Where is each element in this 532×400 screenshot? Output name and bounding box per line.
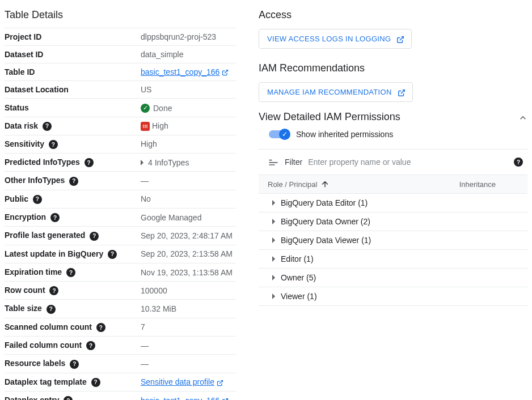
filter-input[interactable]: [308, 158, 506, 167]
help-icon[interactable]: ?: [49, 140, 58, 149]
help-icon[interactable]: ?: [64, 396, 73, 400]
external-link-icon: [396, 36, 403, 42]
row-label: Sensitivity: [5, 139, 44, 148]
expand-icon[interactable]: [141, 160, 143, 165]
iam-role-row[interactable]: BigQuery Data Owner (2): [259, 212, 527, 231]
row-value: —: [141, 355, 236, 373]
row-label: Failed column count: [5, 341, 82, 350]
table-details: Project ID dlppsbqrun2-proj-523 Dataset …: [5, 28, 236, 400]
row-value: Google Managed: [141, 208, 236, 226]
table-id-link[interactable]: basic_test1_copy_166: [141, 67, 219, 76]
iam-rec-title: IAM Recommendations: [259, 62, 527, 74]
help-icon[interactable]: ?: [91, 378, 100, 387]
help-icon[interactable]: ?: [33, 195, 42, 204]
help-icon[interactable]: ?: [86, 341, 95, 350]
tag-template-link[interactable]: Sensitive data profile: [141, 377, 214, 386]
risk-text: High: [152, 121, 168, 130]
collapse-icon[interactable]: [517, 112, 527, 122]
expand-icon: [272, 293, 275, 299]
row-label: Encryption: [5, 212, 46, 222]
help-icon[interactable]: ?: [69, 177, 78, 186]
expand-icon: [272, 237, 275, 243]
row-value: High: [141, 135, 236, 153]
expand-icon: [272, 275, 275, 280]
external-link-icon: [398, 89, 404, 96]
row-label: Table size: [5, 304, 42, 313]
iam-role-row[interactable]: BigQuery Data Editor (1): [259, 194, 527, 212]
toggle-label: Show inherited permissions: [296, 130, 393, 139]
dataplex-entry-link[interactable]: basic_test1_copy_166: [141, 396, 219, 400]
row-value: 7: [141, 318, 236, 336]
inherited-permissions-toggle[interactable]: ✓: [269, 130, 289, 138]
row-label: Project ID: [5, 28, 141, 46]
row-label: Dataplex entry: [5, 395, 59, 400]
risk-high-icon: !!!: [141, 122, 150, 131]
role-name: BigQuery Data Owner (2): [281, 217, 370, 226]
row-value: Sep 20, 2023, 2:48:17 AM: [141, 227, 236, 245]
iam-perm-title: View Detailed IAM Permissions: [259, 111, 400, 123]
help-icon[interactable]: ?: [47, 305, 56, 314]
iam-roles-list: BigQuery Data Editor (1) BigQuery Data O…: [259, 194, 527, 306]
manage-iam-rec-button[interactable]: Manage IAM Recommendation: [259, 82, 413, 102]
external-link-icon: [222, 398, 229, 400]
row-value: 100000: [141, 282, 236, 300]
svg-line-1: [219, 380, 223, 384]
row-label: Dataset Location: [5, 81, 141, 99]
help-icon[interactable]: ?: [108, 250, 117, 259]
help-icon[interactable]: ?: [85, 158, 94, 167]
role-name: Owner (5): [281, 273, 316, 282]
row-value: dlppsbqrun2-proj-523: [141, 28, 236, 46]
row-label: Status: [5, 99, 141, 117]
help-icon[interactable]: ?: [70, 360, 79, 369]
external-link-icon: [222, 69, 229, 76]
access-title: Access: [259, 9, 527, 21]
row-value: Nov 19, 2023, 1:13:58 AM: [141, 263, 236, 281]
status-text: Done: [153, 104, 172, 113]
sort-role-principal[interactable]: Role / Principal: [268, 180, 330, 189]
view-access-logs-button[interactable]: View access logs in Logging: [259, 29, 412, 49]
role-name: BigQuery Data Editor (1): [281, 198, 368, 207]
expand-icon: [272, 256, 275, 262]
iam-role-row[interactable]: Editor (1): [259, 250, 527, 269]
external-link-icon: [217, 380, 223, 386]
help-icon[interactable]: ?: [43, 122, 52, 131]
iam-role-row[interactable]: BigQuery Data Viewer (1): [259, 231, 527, 250]
svg-line-0: [225, 70, 228, 74]
expand-icon: [272, 200, 275, 206]
role-name: Viewer (1): [281, 292, 317, 301]
check-icon: ✓: [141, 104, 150, 113]
help-icon[interactable]: ?: [96, 323, 105, 332]
status-done: ✓ Done: [141, 104, 172, 113]
help-icon[interactable]: ?: [66, 268, 75, 277]
help-icon[interactable]: ?: [50, 213, 60, 222]
help-icon[interactable]: ?: [49, 286, 58, 295]
help-icon[interactable]: ?: [514, 158, 523, 167]
infotypes-count: 4 InfoTypes: [148, 158, 189, 167]
row-label: Latest update in BigQuery: [5, 249, 103, 258]
row-value: —: [141, 172, 236, 190]
row-label: Resource labels: [5, 359, 65, 368]
filter-icon: [268, 156, 279, 168]
svg-line-3: [400, 36, 403, 40]
row-label: Profile last generated: [5, 231, 85, 240]
row-label: Expiration time: [5, 267, 62, 276]
row-value: —: [141, 337, 236, 355]
iam-role-row[interactable]: Viewer (1): [259, 287, 527, 306]
row-value: Sep 20, 2023, 2:13:58 AM: [141, 245, 236, 263]
inheritance-column: Inheritance: [459, 180, 496, 189]
row-label: Predicted InfoTypes: [5, 158, 80, 167]
role-name: BigQuery Data Viewer (1): [281, 236, 371, 245]
row-label: Scanned column count: [5, 322, 92, 331]
row-label: Row count: [5, 286, 45, 295]
row-value: 10.32 MiB: [141, 300, 236, 318]
arrow-up-icon: [320, 180, 330, 189]
iam-role-row[interactable]: Owner (5): [259, 269, 527, 287]
row-label: Other InfoTypes: [5, 176, 65, 185]
row-value: No: [141, 190, 236, 208]
row-label: Public: [5, 194, 28, 203]
role-name: Editor (1): [281, 254, 314, 263]
row-label: Data risk: [5, 121, 38, 130]
help-icon[interactable]: ?: [90, 232, 99, 241]
row-label: Dataplex tag template: [5, 377, 87, 386]
row-value: data_simple: [141, 46, 236, 63]
